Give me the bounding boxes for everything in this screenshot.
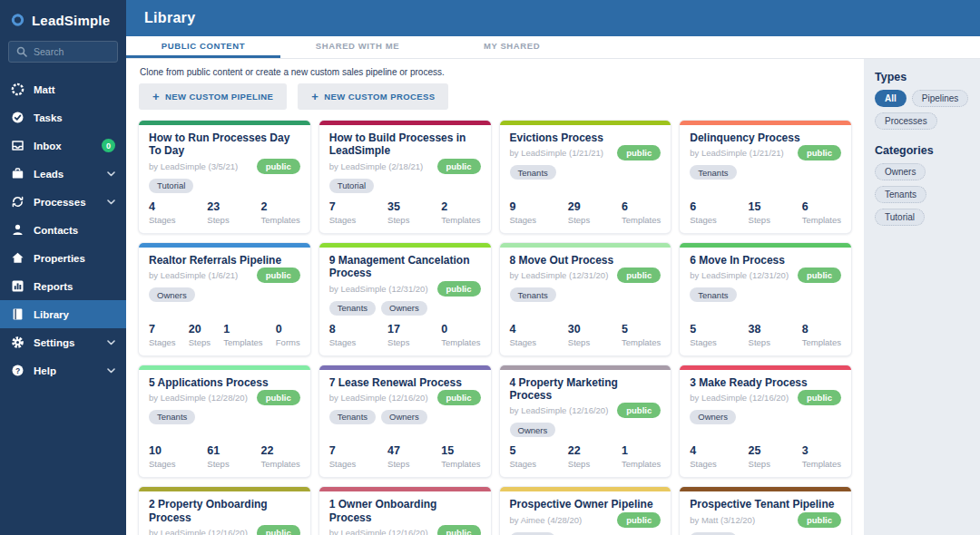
library-card[interactable]: Delinquency Processby LeadSimple (1/21/2…: [680, 121, 851, 233]
card-stats: 5Stages22Steps1Templates: [510, 444, 662, 469]
card-body: Prospective Tenant Pipelineby Matt (3/12…: [680, 491, 851, 535]
brand-logo[interactable]: LeadSimple: [0, 0, 126, 36]
card-body: How to Run Processes Day To Dayby LeadSi…: [139, 125, 310, 233]
new-custom-process-button[interactable]: +NEW CUSTOM PROCESS: [298, 83, 448, 110]
sidebar-item-matt[interactable]: Matt: [0, 75, 126, 103]
stat-stages: 8Stages: [329, 323, 357, 347]
card-byline-row: by LeadSimple (12/16/20)public: [690, 390, 841, 405]
chevron-down-icon: [107, 368, 115, 374]
book-icon: [11, 307, 24, 321]
library-card[interactable]: How to Run Processes Day To Dayby LeadSi…: [139, 121, 310, 233]
tab-my-shared[interactable]: MY SHARED: [435, 36, 589, 58]
stat-steps: 23Steps: [207, 200, 229, 225]
card-stats: 5Stages38Steps8Templates: [690, 323, 841, 347]
stat-value: 15: [749, 200, 770, 213]
library-card[interactable]: 1 Owner Onboarding Processby LeadSimple …: [319, 487, 491, 535]
category-filter-tenants[interactable]: Tenants: [875, 186, 926, 203]
sidebar-item-settings[interactable]: Settings: [0, 328, 126, 356]
app-window: LeadSimple Search MattTasksInbox0LeadsPr…: [0, 0, 980, 535]
card-title: 3 Make Ready Process: [690, 376, 841, 389]
new-custom-pipeline-button[interactable]: +NEW CUSTOM PIPELINE: [139, 83, 287, 110]
card-body: 2 Property Onboarding Processby LeadSimp…: [139, 491, 310, 535]
stat-label: Templates: [441, 337, 480, 347]
library-card[interactable]: 8 Move Out Processby LeadSimple (12/31/2…: [500, 243, 671, 355]
stat-label: Templates: [802, 337, 841, 347]
sidebar-item-library[interactable]: Library: [0, 300, 126, 328]
stat-value: 1: [622, 444, 661, 457]
card-stats: 8Stages17Steps0Templates: [329, 323, 481, 347]
main-column: Library PUBLIC CONTENTSHARED WITH MEMY S…: [126, 0, 980, 535]
public-badge: public: [798, 390, 841, 405]
search-input[interactable]: Search: [8, 41, 118, 63]
stat-label: Stages: [510, 459, 537, 469]
public-badge: public: [257, 390, 300, 405]
sidebar-item-processes[interactable]: Processes: [0, 188, 126, 216]
library-card[interactable]: Realtor Referrals Pipelineby LeadSimple …: [139, 243, 310, 355]
stat-steps: 17Steps: [387, 323, 409, 347]
card-tags: Tenants: [690, 165, 841, 180]
stat-value: 7: [149, 323, 176, 336]
library-card[interactable]: 3 Make Ready Processby LeadSimple (12/16…: [680, 365, 851, 478]
stat-value: 15: [441, 444, 480, 457]
library-card[interactable]: 4 Property Marketing Processby LeadSimpl…: [500, 365, 671, 478]
public-badge: public: [437, 281, 481, 297]
category-filter-group: OwnersTenantsTutorial: [875, 163, 969, 226]
stat-stages: 5Stages: [690, 323, 717, 347]
stat-value: 29: [568, 200, 590, 213]
card-title: 7 Lease Renewal Process: [329, 376, 481, 389]
sidebar-item-reports[interactable]: Reports: [0, 272, 126, 300]
sidebar-item-properties[interactable]: Properties: [0, 244, 126, 272]
sidebar-item-inbox[interactable]: Inbox0: [0, 131, 126, 160]
chart-icon: [11, 279, 24, 293]
sidebar-item-leads[interactable]: Leads: [0, 160, 126, 188]
sidebar-item-help[interactable]: ?Help: [0, 356, 126, 384]
action-buttons: +NEW CUSTOM PIPELINE+NEW CUSTOM PROCESS: [139, 83, 851, 110]
chevron-down-icon: [107, 199, 115, 205]
stat-label: Steps: [189, 337, 211, 347]
library-card[interactable]: 2 Property Onboarding Processby LeadSimp…: [139, 487, 310, 535]
category-filter-owners[interactable]: Owners: [875, 163, 926, 180]
chevron-down-icon: [107, 171, 115, 177]
filter-panel: Types AllPipelinesProcesses Categories O…: [864, 59, 980, 535]
type-filter-all[interactable]: All: [875, 90, 906, 107]
card-tags: Owners: [690, 410, 841, 424]
library-card[interactable]: 6 Move In Processby LeadSimple (12/31/20…: [680, 243, 851, 355]
tab-shared-with-me[interactable]: SHARED WITH ME: [280, 36, 435, 58]
library-card[interactable]: How to Build Processes in LeadSimpleby L…: [319, 121, 491, 233]
card-tags: Owners: [510, 423, 662, 437]
stat-steps: 47Steps: [387, 444, 409, 469]
sidebar-item-tasks[interactable]: Tasks: [0, 103, 126, 131]
stat-label: Steps: [749, 337, 770, 347]
library-card[interactable]: 5 Applications Processby LeadSimple (12/…: [139, 365, 310, 478]
library-card[interactable]: 7 Lease Renewal Processby LeadSimple (12…: [319, 365, 491, 478]
card-byline-row: by LeadSimple (12/31/20)public: [329, 281, 481, 297]
stat-label: Templates: [802, 215, 841, 225]
stat-value: 6: [690, 200, 717, 213]
category-filter-tutorial[interactable]: Tutorial: [875, 209, 925, 226]
type-filter-pipelines[interactable]: Pipelines: [912, 90, 969, 107]
card-stats: 4Stages25Steps3Templates: [690, 444, 841, 469]
library-card[interactable]: Prospective Owner Pipelineby Aimee (4/28…: [500, 487, 671, 535]
stat-label: Templates: [622, 215, 661, 225]
stat-label: Forms: [276, 337, 300, 347]
stat-label: Stages: [690, 459, 717, 469]
tab-public-content[interactable]: PUBLIC CONTENT: [126, 36, 280, 58]
gear-icon: [11, 336, 24, 349]
library-card[interactable]: Prospective Tenant Pipelineby Matt (3/12…: [680, 487, 851, 535]
stat-label: Templates: [441, 459, 480, 469]
stat-value: 3: [802, 444, 841, 457]
stat-templates: 1Templates: [622, 444, 661, 469]
library-card[interactable]: 9 Management Cancelation Processby LeadS…: [319, 243, 491, 355]
stat-steps: 61Steps: [207, 444, 229, 469]
card-byline-row: by LeadSimple (1/6/21)public: [149, 268, 300, 283]
sidebar-item-contacts[interactable]: Contacts: [0, 216, 126, 244]
stat-value: 38: [749, 323, 770, 336]
type-filter-processes[interactable]: Processes: [875, 112, 937, 130]
card-byline-row: by LeadSimple (12/16/20)public: [149, 525, 300, 535]
stat-value: 1: [223, 323, 262, 336]
stat-value: 10: [149, 444, 176, 457]
stat-value: 20: [189, 323, 211, 336]
stat-value: 4: [149, 200, 176, 213]
card-byline-row: by Matt (3/12/20)public: [690, 512, 841, 528]
library-card[interactable]: Evictions Processby LeadSimple (1/21/21)…: [500, 121, 671, 233]
